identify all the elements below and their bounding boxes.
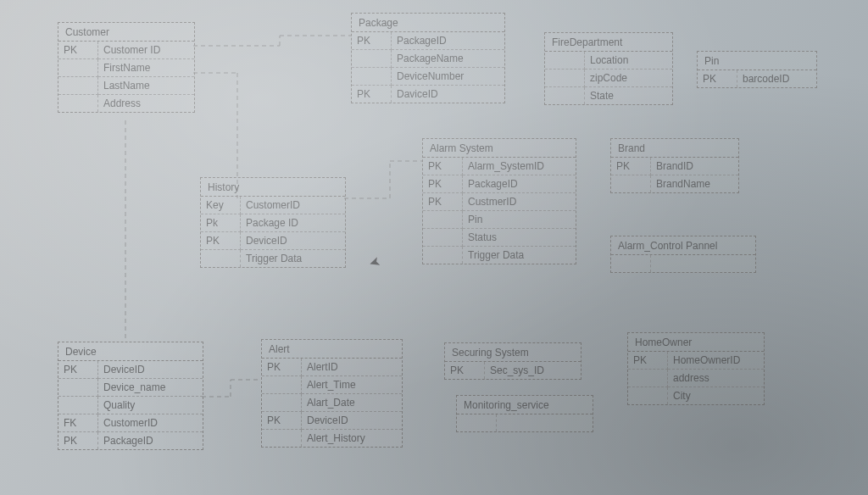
- entity-title: Brand: [611, 139, 738, 158]
- entity-alarm-system: Alarm System PKAlarm_SystemID PKPackageI…: [422, 138, 576, 264]
- cursor-icon: ➤: [367, 253, 383, 271]
- entity-title: Pin: [698, 52, 816, 70]
- entity-fire-department: FireDepartment Location zipCode State: [544, 32, 673, 105]
- entity-homeowner: HomeOwner PKHomeOwnerID address City: [627, 332, 765, 405]
- entity-alarm-control-panel: Alarm_Control Pannel: [610, 236, 756, 273]
- entity-title: HomeOwner: [628, 333, 764, 352]
- entity-title: Alarm_Control Pannel: [611, 236, 755, 255]
- entity-title: Alert: [262, 340, 402, 359]
- entity-title: FireDepartment: [545, 33, 672, 52]
- entity-monitoring-service: Monitoring_service: [456, 395, 593, 432]
- entity-title: History: [201, 178, 345, 197]
- entity-pin: Pin PKbarcodeID: [697, 51, 817, 88]
- entity-title: Customer: [58, 23, 194, 42]
- entity-title: Device: [58, 342, 203, 361]
- entity-title: Package: [352, 14, 504, 32]
- entity-title: Alarm System: [423, 139, 576, 158]
- entity-package: Package PKPackageID PackageName DeviceNu…: [351, 13, 505, 103]
- entity-title: Monitoring_service: [457, 396, 593, 414]
- entity-securing-system: Securing System PKSec_sys_ID: [444, 342, 581, 380]
- entity-brand: Brand PKBrandID BrandName: [610, 138, 739, 193]
- entity-alert: Alert PKAlertID Alert_Time Alart_Date PK…: [261, 339, 403, 448]
- entity-history: History KeyCustomerID PkPackage ID PKDev…: [200, 177, 346, 268]
- entity-customer: Customer PKCustomer ID FirstName LastNam…: [58, 22, 195, 113]
- entity-title: Securing System: [445, 343, 581, 362]
- entity-device: Device PKDeviceID Device_name Quality FK…: [58, 342, 203, 450]
